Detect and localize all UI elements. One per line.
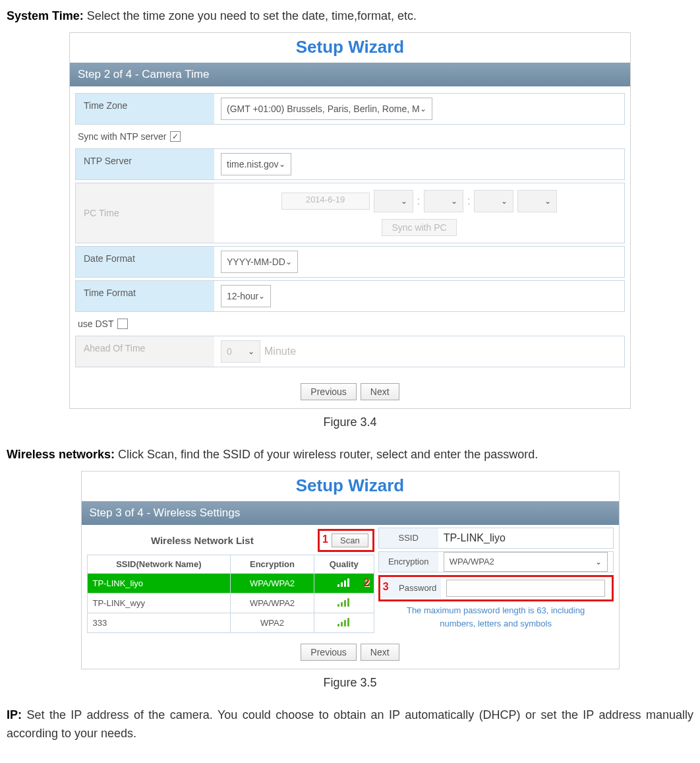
password-hint: The maximum password length is 63, inclu… (378, 604, 614, 632)
side-password-label: Password (382, 578, 441, 598)
ahead-of-time-row: Ahead Of Time 0⌄ Minute (75, 336, 625, 367)
wireless-para: Wireless networks: Click Scan, find the … (7, 445, 693, 464)
table-row[interactable]: 333 WPA2 (87, 613, 374, 632)
chevron-down-icon: ⌄ (285, 257, 292, 266)
check-icon: ✓ (172, 132, 179, 141)
wizard-footer: Previous Next (82, 637, 619, 669)
time-zone-row: Time Zone (GMT +01:00) Brussels, Paris, … (75, 93, 625, 125)
ntp-sync-label: Sync with NTP server (78, 131, 166, 142)
wireless-network-list: Wireless Network List 1 Scan SSID(Networ… (87, 528, 374, 633)
pc-time-row: PC Time 2014-6-19 ⌄: ⌄: ⌄ ⌄ Sync with PC (75, 183, 625, 243)
ahead-of-time-label: Ahead Of Time (76, 336, 214, 367)
chevron-down-icon: ⌄ (501, 197, 508, 206)
side-encryption-label: Encryption (379, 552, 438, 572)
wireless-side-panel: SSID TP-LINK_liyo Encryption WPA/WPA2⌄ 3… (378, 528, 614, 633)
ntp-sync-line: Sync with NTP server ✓ (75, 127, 625, 146)
next-button[interactable]: Next (361, 383, 399, 400)
chevron-down-icon: ⌄ (258, 291, 265, 301)
chevron-down-icon: ⌄ (401, 197, 407, 206)
signal-icon (337, 578, 351, 587)
setup-wizard-wireless: Setup Wizard Step 3 of 4 - Wireless Sett… (81, 471, 620, 669)
system-time-label: System Time: (7, 9, 84, 22)
wireless-table: SSID(Network Name) Encryption Quality TP… (87, 555, 374, 633)
chevron-down-icon: ⌄ (248, 347, 254, 356)
pc-time-ampm-select: ⌄ (517, 190, 557, 212)
wireless-text: Click Scan, find the SSID of your wirele… (115, 448, 538, 461)
ip-label: IP: (7, 708, 22, 721)
pc-time-sec-select: ⌄ (474, 190, 513, 212)
chevron-down-icon: ⌄ (544, 197, 551, 206)
time-format-label: Time Format (76, 281, 214, 311)
wizard-title: Setup Wizard (70, 33, 630, 63)
ntp-server-select[interactable]: time.nist.gov ⌄ (221, 153, 291, 175)
previous-button[interactable]: Previous (301, 383, 356, 400)
scan-button[interactable]: Scan (332, 534, 368, 547)
col-quality: Quality (314, 555, 374, 573)
figure-3-4-caption: Figure 3.4 (7, 415, 693, 429)
wizard-title: Setup Wizard (82, 472, 619, 501)
side-ssid-row: SSID TP-LINK_liyo (378, 528, 614, 549)
date-format-value: YYYY-MM-DD (227, 257, 285, 267)
chevron-down-icon: ⌄ (595, 557, 602, 566)
sync-with-pc-button: Sync with PC (382, 219, 456, 236)
ahead-unit: Minute (264, 346, 296, 357)
wireless-label: Wireless networks: (7, 448, 115, 461)
pc-time-min-select: ⌄ (424, 190, 463, 212)
marker-1: 1 (322, 534, 328, 545)
side-ssid-value: TP-LINK_liyo (444, 532, 506, 544)
time-format-select[interactable]: 12-hour ⌄ (221, 285, 271, 307)
table-row-selected[interactable]: TP-LINK_liyo WPA/WPA2 2 (87, 573, 374, 593)
chevron-down-icon: ⌄ (279, 160, 285, 169)
col-ssid: SSID(Network Name) (87, 555, 231, 573)
side-encryption-row: Encryption WPA/WPA2⌄ (378, 551, 614, 572)
date-format-label: Date Format (76, 247, 214, 277)
scan-highlight: 1 Scan (318, 529, 374, 552)
time-zone-select[interactable]: (GMT +01:00) Brussels, Paris, Berlin, Ro… (221, 98, 432, 120)
use-dst-checkbox[interactable] (117, 319, 128, 329)
side-password-highlight: 3 Password (378, 575, 614, 601)
ntp-sync-checkbox[interactable]: ✓ (170, 131, 181, 142)
wizard-step: Step 2 of 4 - Camera Time (70, 63, 630, 86)
next-button[interactable]: Next (361, 644, 399, 661)
side-encryption-select[interactable]: WPA/WPA2⌄ (444, 552, 608, 572)
signal-icon (337, 597, 351, 607)
ip-text: Set the IP address of the camera. You co… (7, 708, 693, 741)
chevron-down-icon: ⌄ (451, 197, 457, 206)
ip-para: IP: Set the IP address of the camera. Yo… (7, 706, 693, 744)
use-dst-line: use DST (75, 315, 625, 333)
use-dst-label: use DST (78, 319, 113, 329)
ntp-server-row: NTP Server time.nist.gov ⌄ (75, 148, 625, 180)
pc-time-date-input: 2014-6-19 (281, 193, 370, 210)
marker-2: 2 (364, 577, 370, 589)
system-time-para: System Time: Select the time zone you ne… (7, 7, 693, 26)
side-ssid-label: SSID (379, 528, 438, 548)
wizard-step: Step 3 of 4 - Wireless Settings (82, 501, 619, 525)
time-format-row: Time Format 12-hour ⌄ (75, 280, 625, 312)
date-format-row: Date Format YYYY-MM-DD ⌄ (75, 246, 625, 278)
system-time-text: Select the time zone you need to set the… (84, 9, 417, 22)
pc-time-label: PC Time (76, 183, 214, 243)
previous-button[interactable]: Previous (301, 644, 356, 661)
wizard-footer: Previous Next (70, 377, 630, 408)
ahead-value-select: 0⌄ (221, 340, 260, 363)
time-zone-label: Time Zone (76, 94, 214, 124)
date-format-select[interactable]: YYYY-MM-DD ⌄ (221, 251, 298, 273)
ntp-server-value: time.nist.gov (227, 159, 279, 169)
time-zone-value: (GMT +01:00) Brussels, Paris, Berlin, Ro… (227, 104, 420, 114)
table-row[interactable]: TP-LINK_wyy WPA/WPA2 (87, 593, 374, 613)
chevron-down-icon: ⌄ (420, 104, 426, 113)
col-encryption: Encryption (231, 555, 314, 573)
time-format-value: 12-hour (227, 291, 258, 301)
wnl-title: Wireless Network List (87, 535, 318, 546)
password-input[interactable] (446, 580, 605, 597)
marker-3: 3 (383, 581, 389, 593)
signal-icon (337, 617, 351, 626)
pc-time-hour-select: ⌄ (374, 190, 413, 212)
setup-wizard-camera-time: Setup Wizard Step 2 of 4 - Camera Time T… (69, 32, 631, 409)
figure-3-5-caption: Figure 3.5 (7, 676, 693, 690)
ntp-server-label: NTP Server (76, 149, 214, 179)
